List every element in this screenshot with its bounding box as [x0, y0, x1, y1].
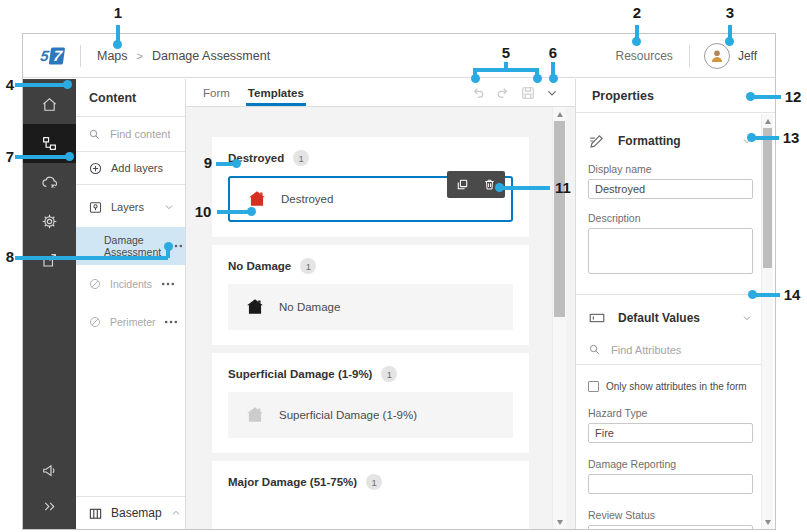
editor-panel: Form Templates — [186, 79, 575, 529]
prohibited-icon — [88, 315, 102, 329]
tab-form[interactable]: Form — [201, 87, 232, 106]
description-label: Description — [588, 212, 753, 224]
prohibited-icon — [88, 277, 102, 291]
duplicate-icon[interactable] — [454, 176, 471, 193]
chevron-up-icon — [170, 507, 182, 519]
template-item-label: Destroyed — [281, 193, 333, 205]
basemap-icon — [88, 506, 103, 521]
input-box-icon — [588, 309, 606, 327]
field-label: Damage Reporting — [588, 458, 753, 470]
layer-row-damage-assessment[interactable]: Damage Assessment — [76, 227, 185, 265]
scroll-down-arrow-icon[interactable] — [553, 515, 566, 529]
search-icon — [88, 128, 101, 141]
description-input[interactable] — [588, 228, 753, 274]
template-item-superficial[interactable]: Superficial Damage (1-9%) — [228, 392, 513, 438]
nav-home[interactable] — [23, 85, 76, 124]
find-content-search[interactable] — [76, 117, 185, 152]
clipped-area — [228, 490, 513, 529]
count-badge: 1 — [366, 474, 382, 490]
callout-number-14: 14 — [781, 286, 803, 303]
find-attributes-search[interactable] — [576, 335, 761, 365]
layer-row-incidents[interactable]: Incidents — [76, 265, 185, 303]
scroll-up-arrow-icon[interactable] — [762, 114, 773, 128]
nav-expand[interactable] — [23, 490, 76, 529]
callout-number-2: 2 — [626, 4, 648, 21]
delete-icon[interactable] — [481, 176, 498, 193]
scrollbar-thumb[interactable] — [763, 128, 772, 268]
template-group-superficial: Superficial Damage (1-9%) 1 Superficial … — [212, 353, 529, 453]
templates-scrollbar[interactable] — [552, 107, 566, 529]
nav-rail — [23, 79, 76, 529]
only-show-attributes-checkbox-row: Only show attributes in the form — [588, 381, 753, 392]
redo-icon[interactable] — [495, 85, 511, 101]
save-icon[interactable] — [520, 85, 536, 101]
chevron-down-icon[interactable] — [741, 135, 753, 147]
header-divider — [80, 45, 81, 67]
properties-title: Properties — [576, 79, 775, 113]
properties-scroll-area: Formatting Display name Description — [576, 114, 761, 529]
announcement-megaphone-icon — [41, 462, 58, 479]
home-icon — [41, 96, 58, 113]
ellipsis-icon[interactable] — [161, 282, 175, 286]
basemap-label: Basemap — [111, 506, 162, 520]
template-group-destroyed: Destroyed 1 — [212, 137, 529, 237]
app-header: 5 7 Maps > Damage Assessment Resources — [23, 34, 775, 78]
ellipsis-icon[interactable] — [164, 320, 178, 324]
checkbox-label: Only show attributes in the form — [606, 381, 747, 392]
layers-icon — [88, 200, 103, 215]
breadcrumb-maps-link[interactable]: Maps — [97, 49, 128, 63]
nav-content[interactable] — [23, 124, 76, 163]
find-attributes-input[interactable] — [609, 343, 761, 357]
add-layers-button[interactable]: Add layers — [76, 152, 185, 185]
display-name-label: Display name — [588, 163, 753, 175]
formatting-section-header[interactable]: Formatting — [588, 132, 753, 150]
template-group-no-damage: No Damage 1 No Damage — [212, 245, 529, 345]
search-icon — [588, 343, 601, 356]
hazard-type-input[interactable] — [588, 423, 753, 443]
nav-announcements[interactable] — [23, 451, 76, 490]
ellipsis-icon[interactable] — [169, 244, 183, 248]
field-hazard-type: Hazard Type — [588, 407, 753, 443]
layers-section-header[interactable]: Layers — [76, 191, 185, 223]
callout-number-3: 3 — [719, 4, 741, 21]
callout-number-7: 7 — [0, 148, 21, 165]
templates-scroll-area: Destroyed 1 — [186, 107, 575, 529]
format-pen-icon — [588, 132, 606, 150]
basemap-row[interactable]: Basemap — [76, 496, 185, 529]
display-name-input[interactable] — [588, 179, 753, 199]
scrollbar-thumb[interactable] — [554, 121, 565, 317]
resources-link[interactable]: Resources — [616, 49, 673, 63]
review-status-input[interactable] — [588, 525, 753, 529]
scroll-up-arrow-icon[interactable] — [553, 107, 566, 121]
template-item-no-damage[interactable]: No Damage — [228, 284, 513, 330]
settings-gear-icon — [41, 213, 58, 230]
layer-row-perimeter[interactable]: Perimeter — [76, 303, 185, 341]
user-avatar-icon[interactable] — [704, 43, 730, 69]
template-group-major: Major Damage (51-75%) 1 — [212, 461, 529, 529]
breadcrumb: Maps > Damage Assessment — [97, 49, 270, 63]
properties-scrollbar[interactable] — [761, 114, 773, 529]
group-header: Superficial Damage (1-9%) 1 — [228, 366, 513, 382]
content-panel: Content Add layers — [76, 79, 186, 529]
chevron-down-icon[interactable] — [741, 312, 753, 324]
default-values-section-header[interactable]: Default Values — [588, 309, 753, 327]
chevron-down-icon — [163, 201, 175, 213]
damage-reporting-input[interactable] — [588, 474, 753, 494]
tab-templates[interactable]: Templates — [246, 87, 306, 106]
find-content-input[interactable] — [108, 127, 172, 141]
group-title: Destroyed — [228, 152, 284, 164]
default-values-section-title: Default Values — [618, 311, 700, 325]
chevron-down-icon[interactable] — [545, 86, 559, 100]
user-name[interactable]: Jeff — [738, 49, 757, 63]
editor-tabbar: Form Templates — [186, 79, 575, 107]
template-selection-toolbar — [447, 171, 505, 198]
nav-share[interactable] — [23, 241, 76, 280]
nav-settings[interactable] — [23, 202, 76, 241]
checkbox-unchecked[interactable] — [588, 381, 599, 392]
template-item-label: No Damage — [279, 301, 340, 313]
group-header: Destroyed 1 — [228, 150, 513, 166]
nav-offline[interactable] — [23, 163, 76, 202]
scroll-down-arrow-icon[interactable] — [762, 515, 773, 529]
field-review-status: Review Status — [588, 509, 753, 529]
undo-icon[interactable] — [470, 85, 486, 101]
